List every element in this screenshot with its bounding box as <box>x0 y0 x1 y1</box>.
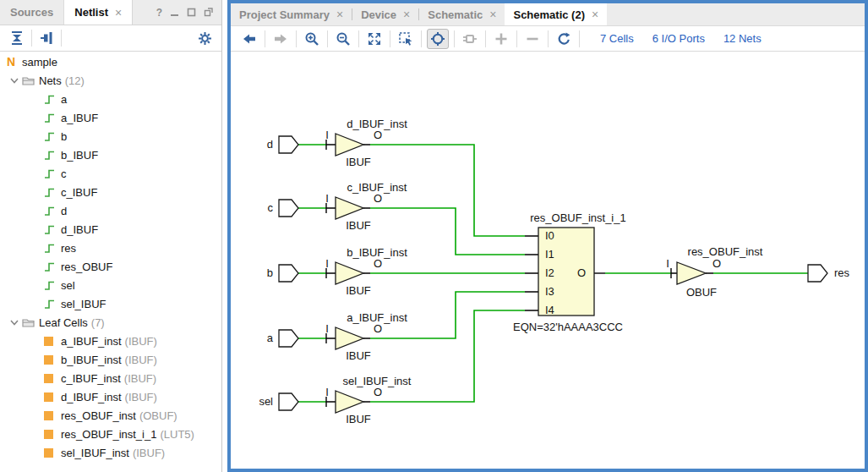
tree-item-net[interactable]: b <box>0 127 221 145</box>
tree-item-net[interactable]: c <box>0 164 221 183</box>
input-port-c[interactable]: c <box>268 200 299 217</box>
pin-name: O <box>374 386 382 398</box>
zoom-in-icon <box>304 31 319 47</box>
cell-d-ibuf[interactable]: d_IBUF_inst I O IBUF <box>325 118 407 168</box>
pin-name: I <box>325 386 329 398</box>
close-icon[interactable]: × <box>592 8 598 20</box>
help-icon[interactable]: ? <box>156 7 162 19</box>
schematic-panel: Project Summary × Device × Schematic × S… <box>227 0 868 472</box>
close-icon[interactable]: × <box>336 8 343 20</box>
minimize-icon[interactable] <box>170 8 179 17</box>
tree-item-cell[interactable]: c_IBUF_inst(IBUF) <box>0 369 221 387</box>
schematic-stats: 7 Cells 6 I/O Ports 12 Nets <box>600 32 762 45</box>
settings-button[interactable] <box>194 28 215 48</box>
tree-item-cell[interactable]: a_IBUF_inst(IBUF) <box>0 332 221 350</box>
forward-button[interactable] <box>270 29 291 49</box>
tree-group-leaf-cells[interactable]: Leaf Cells (7) <box>0 313 221 332</box>
chevron-down-icon[interactable] <box>10 318 22 327</box>
float-icon[interactable] <box>204 8 213 17</box>
tab-label: Netlist <box>74 6 108 19</box>
zoom-to-selection-button[interactable] <box>396 29 416 49</box>
port-label: c <box>268 201 274 214</box>
tree-root[interactable]: N sample <box>0 52 221 71</box>
tree-item-cell[interactable]: sel_IBUF_inst(IBUF) <box>0 443 221 462</box>
cell-type: OBUF <box>686 286 717 299</box>
maximize-icon[interactable] <box>187 8 196 17</box>
output-port-res[interactable]: res <box>808 265 850 282</box>
back-button[interactable] <box>239 29 259 49</box>
input-port-a[interactable]: a <box>267 330 298 347</box>
tree-item-net[interactable]: res_OBUF <box>0 257 221 276</box>
cell-icon <box>44 392 53 402</box>
tree-item-net[interactable]: c_IBUF <box>0 183 221 201</box>
scroll-to-selected-button[interactable] <box>36 28 57 48</box>
group-count: (12) <box>65 74 85 87</box>
tab-schematic-2[interactable]: Schematic (2) × <box>505 3 607 25</box>
cell-type: IBUF <box>346 349 371 362</box>
cells-count-link[interactable]: 7 Cells <box>600 32 634 45</box>
tab-schematic[interactable]: Schematic × <box>419 3 505 25</box>
back-arrow-icon <box>242 31 257 47</box>
tree-item-net[interactable]: sel <box>0 276 221 294</box>
nets-count-link[interactable]: 12 Nets <box>723 32 762 45</box>
zoom-to-selection-icon <box>398 31 413 47</box>
toolbar-separator <box>390 30 390 47</box>
tree-item-cell[interactable]: d_IBUF_inst(IBUF) <box>0 387 221 406</box>
input-port-d[interactable]: d <box>267 136 298 153</box>
netlist-toolbar <box>0 25 221 52</box>
tab-sources[interactable]: Sources <box>0 0 64 25</box>
input-port-sel[interactable]: sel <box>259 393 298 410</box>
pin-name: O <box>374 129 382 141</box>
cell-c-ibuf[interactable]: c_IBUF_inst I O IBUF <box>325 181 407 232</box>
tree-item-cell[interactable]: res_OBUF_inst(OBUF) <box>0 406 221 425</box>
collapse-all-button[interactable] <box>7 28 27 48</box>
io-ports-count-link[interactable]: 6 I/O Ports <box>652 32 705 45</box>
zoom-fit-button[interactable] <box>364 29 385 49</box>
close-icon[interactable]: × <box>489 8 496 20</box>
toolbar-separator <box>454 30 455 47</box>
right-tab-bar: Project Summary × Device × Schematic × S… <box>231 3 865 26</box>
cell-res-obuf[interactable]: res_OBUF_inst I O OBUF <box>666 245 763 299</box>
chevron-down-icon[interactable] <box>10 76 22 85</box>
cell-type: IBUF <box>346 413 371 425</box>
close-icon[interactable]: × <box>403 8 410 20</box>
port-label: a <box>267 332 274 344</box>
tree-item-cell[interactable]: b_IBUF_inst(IBUF) <box>0 350 221 369</box>
zoom-in-button[interactable] <box>302 29 322 49</box>
cell-lut5[interactable]: res_OBUF_inst_i_1 I0 I1 I2 I3 I4 O EQN=3… <box>513 211 626 333</box>
zoom-fit-icon <box>367 31 382 47</box>
zoom-out-button[interactable] <box>333 29 353 49</box>
tab-netlist[interactable]: Netlist × <box>64 0 133 25</box>
net-icon <box>44 187 61 198</box>
tree-item-net[interactable]: d_IBUF <box>0 220 221 239</box>
tree-item-net[interactable]: d <box>0 201 221 220</box>
tree-item-net[interactable]: a <box>0 90 221 108</box>
tree-item-net[interactable]: res <box>0 239 221 257</box>
port-label: b <box>267 266 273 279</box>
pin-name: I <box>325 129 329 141</box>
remove-button[interactable] <box>522 29 543 49</box>
cell-b-ibuf[interactable]: b_IBUF_inst I O IBUF <box>325 246 407 297</box>
tab-device[interactable]: Device × <box>352 3 418 25</box>
schematic-canvas[interactable]: d c b a sel <box>231 56 865 469</box>
add-button[interactable] <box>491 29 511 49</box>
cell-type: IBUF <box>346 156 371 168</box>
autofit-selection-button[interactable] <box>427 29 449 49</box>
tree-item-cell[interactable]: res_OBUF_inst_i_1(LUT5) <box>0 425 221 443</box>
regenerate-button[interactable] <box>554 29 574 49</box>
expand-cone-button[interactable] <box>460 29 480 49</box>
tab-project-summary[interactable]: Project Summary × <box>231 3 352 25</box>
tree-item-net[interactable]: sel_IBUF <box>0 294 221 313</box>
toolbar-separator <box>421 30 422 47</box>
port-label: sel <box>259 395 273 408</box>
cell-sel-ibuf[interactable]: sel_IBUF_inst I O IBUF <box>325 375 412 425</box>
tree-item-net[interactable]: b_IBUF <box>0 145 221 164</box>
input-port-b[interactable]: b <box>267 265 298 282</box>
cell-a-ibuf[interactable]: a_IBUF_inst I O IBUF <box>325 311 407 362</box>
group-count: (7) <box>91 316 105 329</box>
pin-name: O <box>577 266 586 279</box>
tree-item-net[interactable]: a_IBUF <box>0 108 221 127</box>
close-icon[interactable]: × <box>115 7 122 19</box>
tree-group-nets[interactable]: Nets (12) <box>0 71 221 90</box>
tree-root-label: sample <box>22 56 57 69</box>
